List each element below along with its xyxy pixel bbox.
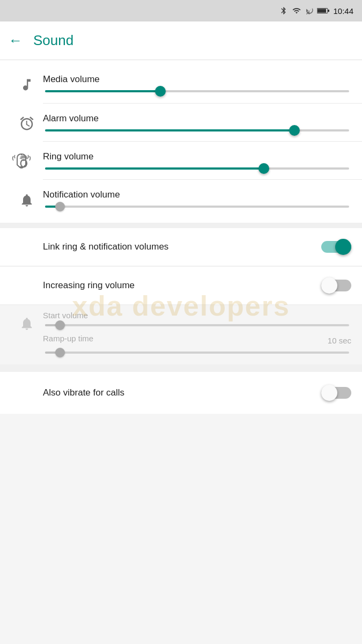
media-volume-slider[interactable] (45, 90, 349, 92)
also-vibrate-label: Also vibrate for calls (43, 387, 321, 398)
notification-volume-row: Notification volume (0, 180, 362, 218)
increasing-ring-label: Increasing ring volume (43, 280, 321, 291)
settings-content: Media volume Alarm volume (0, 60, 362, 414)
svg-rect-1 (328, 10, 329, 12)
status-bar: 10:44 (0, 0, 362, 21)
alarm-volume-content: Alarm volume (43, 113, 351, 131)
back-button[interactable]: ← (9, 32, 23, 49)
volume-section: Media volume Alarm volume (0, 60, 362, 223)
alarm-icon (11, 113, 43, 131)
also-vibrate-toggle[interactable] (321, 385, 351, 401)
link-ring-label: Link ring & notification volumes (43, 241, 321, 252)
ramp-value: 10 sec (328, 336, 351, 345)
status-time: 10:44 (333, 6, 353, 16)
ring-volume-row: Ring volume (0, 142, 362, 179)
link-ring-toggle[interactable] (321, 239, 351, 255)
ring-volume-content: Ring volume (43, 151, 351, 170)
start-volume-label: Start volume (43, 311, 351, 320)
alarm-volume-label: Alarm volume (43, 113, 351, 124)
wifi-icon (291, 6, 302, 15)
page-title: Sound (33, 32, 73, 49)
ramp-label: Ramp-up time (43, 334, 93, 343)
media-volume-label: Media volume (43, 74, 351, 85)
signal-icon (305, 6, 314, 16)
notification-volume-content: Notification volume (43, 189, 351, 208)
alarm-volume-row: Alarm volume (0, 104, 362, 141)
ramp-up-row: Ramp-up time 10 sec (43, 334, 351, 347)
bell-icon (11, 305, 43, 332)
notification-icon (11, 189, 43, 209)
notification-volume-slider[interactable] (45, 206, 349, 208)
ring-icon (11, 151, 43, 170)
start-volume-section: Start volume Ramp-up time 10 sec (0, 305, 362, 359)
media-volume-row: Media volume (0, 64, 362, 103)
status-icons: 10:44 (279, 5, 353, 16)
ramp-slider[interactable] (45, 352, 349, 354)
bluetooth-icon (279, 5, 288, 16)
start-volume-content: Start volume Ramp-up time 10 sec (43, 305, 351, 359)
also-vibrate-row: Also vibrate for calls (0, 372, 362, 414)
media-icon (11, 74, 43, 93)
link-ring-row: Link ring & notification volumes (0, 228, 362, 266)
ring-volume-label: Ring volume (43, 151, 351, 162)
increasing-ring-row: Increasing ring volume (0, 267, 362, 304)
start-volume-slider[interactable] (45, 324, 349, 326)
increasing-ring-toggle[interactable] (321, 277, 351, 294)
ring-volume-slider[interactable] (45, 167, 349, 170)
battery-icon (317, 7, 330, 14)
app-bar: ← Sound (0, 21, 362, 60)
svg-rect-2 (317, 9, 326, 13)
media-volume-content: Media volume (43, 74, 351, 92)
alarm-volume-slider[interactable] (45, 129, 349, 131)
notification-volume-label: Notification volume (43, 189, 351, 200)
